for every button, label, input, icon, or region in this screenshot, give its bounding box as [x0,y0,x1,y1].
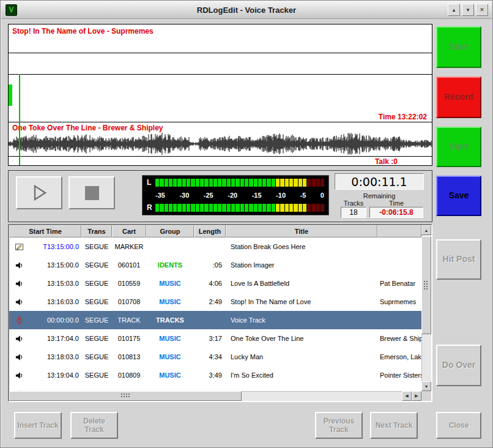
meter-scale-tick: -20 [228,192,237,200]
cell-length: 3:49 [194,371,226,379]
stop-button[interactable] [69,176,115,209]
delete-track-button[interactable]: Delete Track [70,412,118,439]
log-row[interactable]: 00:00:00.0SEGUETRACKTRACKSVoice Track [9,311,421,329]
app-icon: V [6,4,17,16]
titlebar[interactable]: V RDLogEdit - Voice Tracker ▴▾✕ [1,1,492,19]
meter-segment [307,204,311,212]
meter-segment [177,204,181,212]
header-trans[interactable]: Trans [81,225,112,237]
previous-track-button[interactable]: Previous Track [315,412,363,439]
meter-segment [173,179,177,187]
meter-segment [254,179,258,187]
meter-segment [196,204,199,212]
cell-cart: 010559 [112,280,146,287]
next-track-button[interactable]: Next Track [370,412,418,439]
mic-icon [9,316,29,325]
meter-segment [258,179,262,187]
speaker-icon [9,371,29,380]
meter-scale-tick: -10 [276,192,286,200]
meter-scale-tick: -35 [155,192,165,200]
meter-segment [173,204,177,212]
meter-segment [262,204,266,212]
waveform-path [9,133,431,155]
header-length[interactable]: Length [194,225,226,237]
do-over-button[interactable]: Do Over [436,345,481,386]
header-start-time[interactable]: Start Time [9,225,81,237]
window-maximize-button[interactable]: ▾ [462,4,474,16]
cell-start-time: 13:19:04.0 [29,371,81,379]
start-track2-button[interactable]: Start [436,127,481,167]
remaining-label: Remaining [335,192,424,200]
time-label: Time 13:22:02 [379,113,427,121]
window-close-button[interactable]: ✕ [476,4,488,16]
voice-tracker-display[interactable]: Stop! In The Name of Love - Suprmemes Ti… [8,24,432,166]
hit-post-button[interactable]: Hit Post [436,239,481,280]
cell-cart: 010813 [112,353,146,360]
save-button[interactable]: Save [436,176,481,216]
scroll-right-button[interactable]: ▶ [412,391,421,401]
rdlogedit-voice-tracker-window: V RDLogEdit - Voice Tracker ▴▾✕ Stop! In… [0,0,493,448]
meter-segment [272,179,275,187]
log-row[interactable]: 13:19:04.0SEGUE010809MUSIC3:49I'm So Exc… [9,366,421,384]
meter-segment [231,179,235,187]
meter-scale-tick: -30 [179,192,189,200]
window-shade-button[interactable]: ▴ [448,4,460,16]
meter-segment [294,204,297,212]
meter-segment [187,204,190,212]
meter-scale-tick: -15 [252,192,262,200]
cell-start-time: 13:18:03.0 [29,353,81,360]
track1-divider [9,53,432,53]
play-button[interactable] [16,176,62,209]
log-row[interactable]: T13:15:00.0SEGUEMARKERStation Break Goes… [9,237,421,256]
waveform[interactable] [9,132,432,157]
scroll-up-button[interactable]: ▲ [421,225,431,235]
cell-trans: SEGUE [81,353,112,360]
stop-icon [85,186,99,200]
meter-segment [316,179,320,187]
meter-segment [321,179,324,187]
meter-left-segments [155,179,324,187]
cell-group: IDENTS [146,261,194,269]
meter-segment [245,179,248,187]
insert-track-button[interactable]: Insert Track [14,412,62,439]
cell-group: MUSIC [146,335,194,342]
cell-group: MUSIC [146,353,194,360]
meter-segment [218,204,221,212]
cell-title: Stop! In The Name of Love [226,298,377,305]
scroll-down-button[interactable]: ▼ [421,381,431,391]
cell-group: MUSIC [146,371,194,379]
start-track1-button[interactable]: Start [436,26,481,68]
cell-cart: 010708 [112,298,146,305]
record-button[interactable]: Record [436,77,481,118]
log-row[interactable]: 13:16:03.0SEGUE010708MUSIC2:49Stop! In T… [9,293,421,311]
cell-cart: MARKER [112,243,146,250]
audio-meter: L -35-30-25-20-15-10-50 R [142,175,329,215]
close-button[interactable]: Close [436,412,481,439]
cell-length: 2:49 [194,298,226,305]
vertical-scroll-thumb[interactable] [421,236,431,334]
horizontal-scroll-thumb[interactable] [9,391,242,401]
log-row[interactable]: 13:18:03.0SEGUE010813MUSIC4:34Lucky ManE… [9,348,421,366]
cell-start-time: 13:15:00.0 [29,261,81,269]
meter-segment [200,179,204,187]
meter-scale-tick: 0 [321,192,324,200]
header-title[interactable]: Title [226,225,377,237]
header-group[interactable]: Group [146,225,194,237]
log-row[interactable]: 13:15:03.0SEGUE010559MUSIC4:06Love Is A … [9,274,421,293]
cell-start-time: 13:16:03.0 [29,298,81,305]
log-row[interactable]: 13:17:04.0SEGUE010175MUSIC3:17One Toke O… [9,329,421,348]
vertical-scrollbar[interactable]: ▲ ▼ [421,225,431,401]
meter-segment [235,179,239,187]
meter-segment [321,204,324,212]
meter-segment [258,204,262,212]
header-cart[interactable]: Cart [112,225,146,237]
log-row[interactable]: 13:20:04.0SEGUE010705MUSIC3:36(Sittin' O… [9,384,421,391]
meter-segment [160,204,163,212]
scroll-left-button[interactable]: ◀ [402,391,412,401]
meter-segment [276,179,280,187]
meter-segment [267,179,270,187]
play-icon [30,184,48,202]
horizontal-scrollbar[interactable]: ◀ ▶ [9,391,421,401]
header-artist[interactable] [377,225,421,237]
log-row[interactable]: 13:15:00.0SEGUE060101IDENTS:05Station Im… [9,256,421,274]
